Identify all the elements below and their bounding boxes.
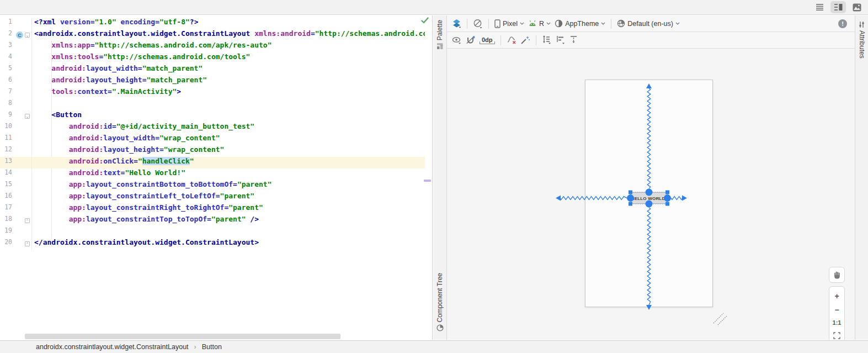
code-text <box>32 226 39 238</box>
fold-start-marker[interactable]: ⌄ <box>25 114 30 119</box>
code-line[interactable]: 1<?xml version="1.0" encoding="utf-8"?> <box>0 18 425 29</box>
code-line[interactable]: 5 android:layout_width="match_parent" <box>0 64 425 76</box>
design-view-button[interactable] <box>849 1 865 13</box>
code-line[interactable]: 20⌃</androidx.constraintlayout.widget.Co… <box>0 238 425 250</box>
code-line[interactable]: 8 <box>0 99 425 110</box>
attributes-tab[interactable]: Attributes <box>855 21 868 59</box>
hand-icon <box>833 271 841 279</box>
line-number: 14 <box>0 168 14 180</box>
align-icon <box>556 35 566 45</box>
line-number: 10 <box>0 122 14 134</box>
code-line[interactable]: 15 app:layout_constraintBottom_toBottomO… <box>0 180 425 192</box>
code-line[interactable]: 10 android:id="@+id/activity_main_button… <box>0 122 425 134</box>
line-number: 4 <box>0 52 14 64</box>
line-number: 1 <box>0 18 14 29</box>
autoconnect-toggle[interactable] <box>466 35 476 45</box>
code-text: xmlns:tools="http://schemas.android.com/… <box>32 52 250 64</box>
pan-tool-button[interactable] <box>829 267 845 283</box>
code-line[interactable]: 9⌄ <Button <box>0 110 425 122</box>
code-view-button[interactable] <box>812 1 827 13</box>
fold-end-marker[interactable]: ⌃ <box>25 241 30 246</box>
gutter-icons <box>14 145 32 157</box>
design-left-stripe: Palette Component Tree <box>433 15 447 340</box>
breadcrumb-separator: › <box>194 343 196 351</box>
zoom-in-button[interactable]: + <box>834 292 839 300</box>
line-number: 16 <box>0 192 14 203</box>
code-line[interactable]: 2C⌄<androidx.constraintlayout.widget.Con… <box>0 29 425 41</box>
code-line[interactable]: 11 android:layout_width="wrap_content" <box>0 134 425 145</box>
code-text <box>32 99 39 110</box>
code-text: app:layout_constraintBottom_toBottomOf="… <box>32 180 272 192</box>
line-number: 6 <box>0 76 14 87</box>
code-line[interactable]: 6 android:layout_height="match_parent" <box>0 76 425 87</box>
code-line[interactable]: 18⌃ app:layout_constraintTop_toTopOf="pa… <box>0 215 425 226</box>
component-tree-tab[interactable]: Component Tree <box>433 273 446 331</box>
phone-icon <box>494 19 500 28</box>
surface-mode-button[interactable] <box>452 19 461 28</box>
zoom-out-button[interactable]: − <box>834 306 839 314</box>
issue-panel-badge[interactable]: ! <box>838 19 847 28</box>
line-number: 13 <box>0 157 14 168</box>
xml-code-editor[interactable]: 1<?xml version="1.0" encoding="utf-8"?>2… <box>0 15 433 340</box>
design-toolbar-top: Pixel R AppTheme <box>447 15 855 32</box>
code-line[interactable]: 4 xmlns:tools="http://schemas.android.co… <box>0 52 425 64</box>
gutter-icons <box>14 76 32 87</box>
zoom-to-fit-icon[interactable] <box>833 332 840 339</box>
breadcrumb-constraintlayout[interactable]: androidx.constraintlayout.widget.Constra… <box>36 343 189 351</box>
clear-constraints-button[interactable] <box>507 35 516 45</box>
split-view-button[interactable] <box>830 1 846 13</box>
code-line[interactable]: 19 <box>0 226 425 238</box>
context-gutter-icon[interactable]: C <box>16 31 23 39</box>
chevron-down-icon <box>601 22 605 25</box>
zoom-ratio-button[interactable]: 1:1 <box>833 320 842 326</box>
design-canvas[interactable]: HELLO WORLD! <box>447 49 855 340</box>
guidelines-button[interactable] <box>569 35 578 45</box>
device-selector[interactable]: Pixel <box>494 19 524 28</box>
fold-start-marker[interactable]: ⌄ <box>25 33 30 38</box>
magnet-off-icon <box>466 35 476 45</box>
code-line[interactable]: 3 xmlns:app="http://schemas.android.com/… <box>0 41 425 52</box>
editor-mode-bar <box>0 0 868 15</box>
code-line[interactable]: 7 tools:context=".MainActivity"> <box>0 87 425 99</box>
zoom-controls: + − 1:1 <box>829 286 845 340</box>
api-version-selector[interactable]: R <box>528 20 551 28</box>
gutter-icons <box>14 52 32 64</box>
toolbar-separator <box>488 19 489 29</box>
inspection-ok-icon[interactable] <box>421 17 429 24</box>
chevron-down-icon <box>546 22 551 25</box>
line-number: 9 <box>0 110 14 122</box>
api-version-label: R <box>539 20 544 28</box>
code-line[interactable]: 14 android:text="Hello World!" <box>0 168 425 180</box>
line-number: 3 <box>0 41 14 52</box>
breadcrumb-button[interactable]: Button <box>202 343 222 351</box>
view-options-button[interactable] <box>452 36 462 45</box>
code-line[interactable]: 16 app:layout_constraintLeft_toLeftOf="p… <box>0 192 425 203</box>
locale-selector[interactable]: Default (en-us) <box>617 19 680 28</box>
code-text: android:layout_height="wrap_content" <box>32 145 224 157</box>
fold-end-marker[interactable]: ⌃ <box>25 218 30 223</box>
default-margin-selector[interactable]: 0dp <box>480 36 495 44</box>
horizontal-scrollbar-thumb[interactable] <box>25 334 340 339</box>
line-number: 15 <box>0 180 14 192</box>
theme-selector[interactable]: AppTheme <box>555 19 605 28</box>
toolbar-separator <box>536 35 536 45</box>
code-line[interactable]: 13 android:onClick="handleClick" <box>0 157 425 168</box>
infer-constraints-button[interactable] <box>520 35 530 45</box>
line-number: 18 <box>0 215 14 226</box>
code-text: </androidx.constraintlayout.widget.Const… <box>32 238 259 250</box>
pack-icon <box>542 35 552 45</box>
chevron-down-icon <box>520 22 524 25</box>
align-button[interactable] <box>556 35 566 45</box>
line-number: 20 <box>0 238 14 250</box>
canvas-resize-handle[interactable] <box>713 313 727 325</box>
code-line[interactable]: 12 android:layout_height="wrap_content" <box>0 145 425 157</box>
line-number: 5 <box>0 64 14 76</box>
palette-tab[interactable]: Palette <box>433 20 446 50</box>
line-number: 17 <box>0 203 14 215</box>
night-mode-button[interactable] <box>473 19 483 29</box>
code-line[interactable]: 17 app:layout_constraintRight_toRightOf=… <box>0 203 425 215</box>
pack-button[interactable] <box>542 35 552 45</box>
device-screen[interactable] <box>585 80 713 307</box>
gutter-icons <box>14 87 32 99</box>
gutter-icons <box>14 168 32 180</box>
